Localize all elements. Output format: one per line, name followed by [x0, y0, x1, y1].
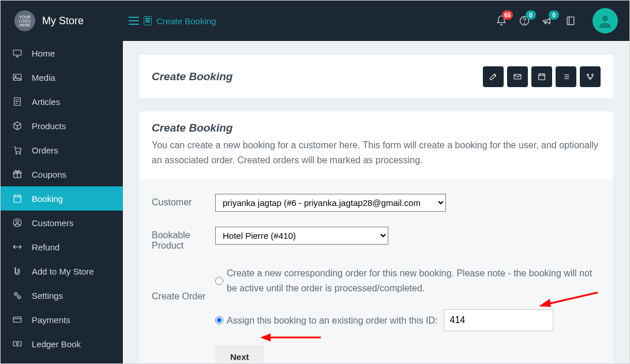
- page-title: Create Booking: [152, 70, 232, 83]
- edit-button[interactable]: [483, 66, 504, 87]
- svg-point-23: [592, 74, 594, 76]
- calendar-icon: [12, 193, 22, 204]
- sidebar-item-label: Orders: [32, 145, 58, 155]
- docs-icon[interactable]: [565, 15, 576, 27]
- hamburger-icon[interactable]: [129, 17, 139, 25]
- sidebar-item-settings[interactable]: Settings: [1, 283, 123, 307]
- announcements-icon[interactable]: 0: [542, 15, 553, 27]
- help-badge: 0: [526, 10, 536, 20]
- document-icon: [12, 96, 22, 107]
- breadcrumb-text[interactable]: Create Booking: [156, 16, 216, 26]
- sidebar-item-coupons[interactable]: Coupons: [1, 162, 123, 186]
- layout: Home Media Articles Products Orders Coup…: [1, 41, 629, 364]
- radio-assign-label: Assign this booking to an existing order…: [227, 313, 438, 328]
- calendar-button[interactable]: [531, 66, 552, 87]
- avatar[interactable]: [592, 8, 618, 33]
- sidebar-item-label: Payments: [32, 315, 70, 325]
- notifications-badge: 65: [502, 10, 513, 20]
- sidebar-item-label: Articles: [32, 97, 60, 107]
- sidebar-item-ledger[interactable]: Ledger Book: [1, 332, 123, 356]
- box-icon: [12, 121, 22, 131]
- svg-rect-21: [539, 74, 545, 80]
- section-desc: You can create a new booking for a custo…: [152, 138, 601, 167]
- sidebar-item-products[interactable]: Products: [1, 114, 123, 138]
- main-content: Create Booking Create Booking You can cr…: [123, 41, 629, 364]
- pointer-icon: [12, 266, 22, 276]
- sidebar-item-media[interactable]: Media: [1, 65, 123, 89]
- next-button[interactable]: Next: [215, 345, 264, 364]
- create-order-label: Create Order: [152, 266, 215, 302]
- header-actions: [483, 66, 601, 87]
- svg-point-8: [16, 153, 17, 154]
- image-icon: [12, 72, 22, 82]
- svg-rect-17: [13, 317, 21, 322]
- svg-point-19: [16, 343, 18, 345]
- gift-icon: [12, 169, 22, 179]
- svg-point-1: [524, 23, 525, 24]
- sidebar-item-label: Ledger Book: [32, 339, 81, 349]
- topbar: YOURLOGOHERE My Store Create Booking 65 …: [1, 1, 629, 41]
- breadcrumb: Create Booking: [129, 16, 216, 26]
- sidebar: Home Media Articles Products Orders Coup…: [1, 41, 123, 364]
- sidebar-item-label: Booking: [32, 194, 63, 204]
- svg-rect-12: [14, 196, 21, 202]
- document-icon: [144, 16, 152, 25]
- svg-point-22: [587, 74, 589, 76]
- section-title: Create Booking: [152, 122, 601, 134]
- announce-badge: 0: [549, 10, 559, 20]
- sidebar-item-label: Refund: [32, 242, 59, 252]
- form-block: Customer priyanka jagtap (#6 - priyanka.…: [139, 179, 613, 364]
- card-icon: [12, 314, 22, 325]
- cart-icon: [12, 145, 22, 155]
- sidebar-item-label: Media: [32, 73, 55, 82]
- monitor-icon: [12, 48, 22, 58]
- product-label: Bookable Product: [152, 227, 215, 251]
- radio-new-label: Create a new corresponding order for thi…: [227, 266, 601, 295]
- page-header-card: Create Booking: [139, 55, 613, 99]
- user-icon: [12, 217, 22, 228]
- sidebar-item-label: Coupons: [32, 170, 66, 179]
- sidebar-item-booking[interactable]: Booking: [1, 186, 123, 211]
- cash-icon: [12, 339, 22, 349]
- sidebar-item-orders[interactable]: Orders: [1, 138, 123, 162]
- svg-rect-18: [13, 342, 21, 346]
- sidebar-item-label: Settings: [32, 291, 63, 301]
- resources-button[interactable]: [580, 66, 601, 87]
- sidebar-item-refund[interactable]: Refund: [1, 235, 123, 259]
- list-button[interactable]: [556, 66, 576, 87]
- sidebar-item-label: Add to My Store: [32, 267, 94, 276]
- sidebar-item-payments[interactable]: Payments: [1, 307, 123, 332]
- sidebar-item-label: Products: [32, 121, 66, 131]
- svg-rect-4: [13, 50, 21, 55]
- svg-point-14: [16, 220, 19, 223]
- radio-new-order[interactable]: [215, 277, 223, 285]
- sidebar-item-articles[interactable]: Articles: [1, 89, 123, 114]
- topbar-actions: 65 0 0: [496, 8, 618, 33]
- customer-label: Customer: [152, 194, 215, 208]
- notifications-icon[interactable]: 65: [496, 15, 507, 27]
- store-name: My Store: [42, 15, 84, 27]
- svg-rect-20: [514, 74, 521, 79]
- form-card: Create Booking You can create a new book…: [139, 111, 613, 364]
- order-id-input[interactable]: [444, 309, 553, 331]
- help-icon[interactable]: 0: [519, 15, 530, 27]
- svg-point-3: [602, 16, 608, 21]
- store-logo: YOURLOGOHERE: [14, 10, 35, 31]
- refund-icon: [12, 242, 22, 252]
- sidebar-item-home[interactable]: Home: [1, 41, 123, 65]
- svg-point-15: [15, 293, 18, 296]
- gears-icon: [12, 290, 22, 301]
- product-select[interactable]: Hotel Pierre (#410): [215, 227, 388, 245]
- sidebar-item-label: Customers: [32, 218, 74, 228]
- customer-select[interactable]: priyanka jagtap (#6 - priyanka.jagtap28@…: [215, 194, 446, 212]
- sidebar-item-add-to-store[interactable]: Add to My Store: [1, 259, 123, 283]
- sidebar-item-label: Home: [32, 48, 55, 58]
- sidebar-item-customers[interactable]: Customers: [1, 211, 123, 235]
- svg-point-16: [18, 296, 21, 299]
- radio-assign-order[interactable]: [215, 316, 223, 324]
- svg-point-9: [19, 153, 20, 154]
- svg-rect-2: [567, 17, 574, 24]
- mail-button[interactable]: [507, 66, 528, 87]
